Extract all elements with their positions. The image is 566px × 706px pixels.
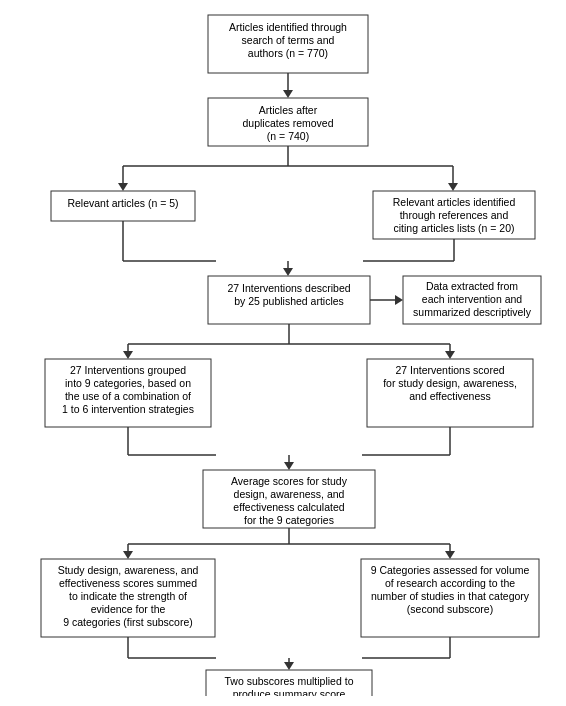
- svg-text:of research according to the: of research according to the: [385, 577, 515, 589]
- svg-marker-5: [283, 90, 293, 98]
- svg-marker-66: [123, 551, 133, 559]
- svg-text:for the 9 categories: for the 9 categories: [244, 514, 334, 526]
- svg-text:produce summary score: produce summary score: [233, 688, 346, 696]
- svg-text:for study design, awareness,: for study design, awareness,: [383, 377, 517, 389]
- svg-text:27 Interventions scored: 27 Interventions scored: [395, 364, 504, 376]
- svg-marker-27: [283, 268, 293, 276]
- svg-text:number of studies in that cate: number of studies in that category: [371, 590, 530, 602]
- flowchart: Articles identified through search of te…: [13, 0, 553, 706]
- svg-text:authors (n = 770): authors (n = 770): [248, 47, 328, 59]
- svg-marker-85: [284, 662, 294, 670]
- svg-text:Relevant articles (n = 5): Relevant articles (n = 5): [67, 197, 178, 209]
- svg-text:27 Interventions grouped: 27 Interventions grouped: [70, 364, 186, 376]
- svg-text:1 to 6 intervention strategies: 1 to 6 intervention strategies: [62, 403, 194, 415]
- svg-text:Average scores for study: Average scores for study: [231, 475, 348, 487]
- svg-marker-15: [448, 183, 458, 191]
- svg-text:(n = 740): (n = 740): [267, 130, 309, 142]
- svg-text:evidence for the: evidence for the: [91, 603, 166, 615]
- svg-text:search of terms and: search of terms and: [242, 34, 335, 46]
- svg-text:(second subscore): (second subscore): [407, 603, 493, 615]
- svg-text:and effectiveness: and effectiveness: [409, 390, 491, 402]
- svg-text:Data extracted from: Data extracted from: [426, 280, 518, 292]
- diagram-svg: Articles identified through search of te…: [23, 10, 563, 696]
- svg-marker-42: [445, 351, 455, 359]
- svg-marker-68: [445, 551, 455, 559]
- svg-marker-40: [123, 351, 133, 359]
- svg-text:Articles identified through: Articles identified through: [229, 21, 347, 33]
- svg-text:the use of a combination of: the use of a combination of: [65, 390, 191, 402]
- svg-text:9 categories (first subscore): 9 categories (first subscore): [63, 616, 193, 628]
- svg-text:to indicate the strength of: to indicate the strength of: [69, 590, 187, 602]
- svg-text:citing articles lists (n = 20): citing articles lists (n = 20): [393, 222, 514, 234]
- svg-marker-13: [118, 183, 128, 191]
- svg-text:by 25 published articles: by 25 published articles: [234, 295, 344, 307]
- svg-text:27 Interventions described: 27 Interventions described: [227, 282, 350, 294]
- svg-text:effectiveness calculated: effectiveness calculated: [233, 501, 344, 513]
- svg-text:design, awareness, and: design, awareness, and: [234, 488, 345, 500]
- svg-text:Articles after: Articles after: [259, 104, 318, 116]
- svg-text:summarized descriptively: summarized descriptively: [413, 306, 532, 318]
- svg-marker-57: [284, 462, 294, 470]
- svg-text:effectiveness scores summed: effectiveness scores summed: [59, 577, 197, 589]
- svg-text:each intervention and: each intervention and: [422, 293, 523, 305]
- svg-text:Two subscores multiplied to: Two subscores multiplied to: [225, 675, 354, 687]
- svg-text:9 Categories assessed for volu: 9 Categories assessed for volume: [371, 564, 530, 576]
- svg-text:Study design, awareness, and: Study design, awareness, and: [58, 564, 199, 576]
- svg-marker-32: [395, 295, 403, 305]
- svg-text:through references and: through references and: [400, 209, 509, 221]
- svg-text:duplicates removed: duplicates removed: [242, 117, 333, 129]
- svg-text:Relevant articles identified: Relevant articles identified: [393, 196, 516, 208]
- svg-text:into 9 categories, based on: into 9 categories, based on: [65, 377, 191, 389]
